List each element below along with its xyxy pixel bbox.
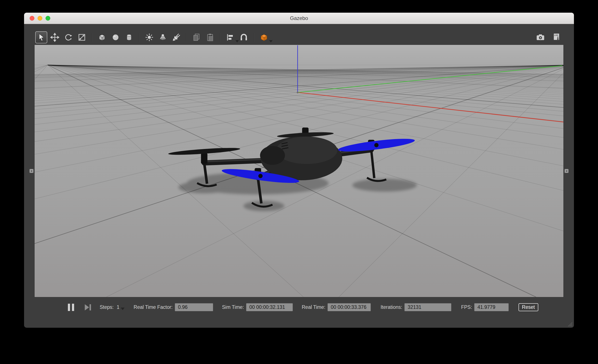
render-viewport[interactable] — [34, 45, 564, 297]
right-panel-splitter-handle[interactable] — [565, 169, 569, 173]
reset-button[interactable]: Reset — [519, 303, 538, 311]
iterations-field: 32131 — [405, 303, 451, 311]
toolbar-separator — [92, 33, 92, 42]
desktop: { "window": { "title": "Gazebo" }, "titl… — [0, 0, 598, 364]
real-time-field: 00 00:00:33.376 — [328, 303, 371, 311]
fps-label: FPS: — [461, 304, 472, 310]
real-time-factor-field: 0.96 — [175, 303, 213, 311]
insert-cylinder-button[interactable] — [123, 31, 135, 43]
scene-canvas[interactable] — [34, 45, 564, 297]
simulation-statusbar: Steps: 1 Real Time Factor: 0.96 Sim Time… — [34, 297, 564, 317]
steps-value: 1 — [117, 304, 119, 310]
titlebar[interactable]: Gazebo — [24, 13, 574, 24]
gazebo-window: Gazebo — [24, 13, 574, 328]
left-panel-splitter-handle[interactable] — [29, 169, 33, 173]
main-toolbar: LOG — [34, 30, 564, 45]
pause-button[interactable] — [66, 303, 75, 312]
sim-time-field: 00 00:00:32.131 — [246, 303, 293, 311]
orange-cube-icon — [259, 33, 269, 42]
directional-light-button[interactable] — [170, 31, 182, 43]
log-file-icon: LOG — [552, 33, 562, 42]
steps-dropdown-caret-icon[interactable] — [121, 307, 125, 310]
align-icon — [225, 33, 235, 42]
real-time-label: Real Time: — [302, 304, 325, 310]
cylinder-icon — [124, 33, 134, 42]
toolbar-separator — [220, 33, 220, 42]
cursor-arrow-icon — [36, 33, 46, 42]
iterations-label: Iterations: — [381, 304, 402, 310]
screenshot-button[interactable] — [534, 31, 547, 43]
fps-field: 41.9779 — [474, 303, 509, 311]
pause-icon — [68, 304, 74, 311]
step-button[interactable] — [83, 303, 92, 312]
toolbar-separator — [186, 33, 187, 42]
translate-tool-button[interactable] — [49, 31, 61, 43]
window-frame: LOG — [24, 24, 574, 317]
insert-sphere-button[interactable] — [109, 31, 122, 43]
move-arrows-icon — [50, 33, 59, 42]
step-forward-icon — [83, 303, 92, 312]
copy-button[interactable] — [191, 31, 203, 43]
view-angle-dropdown-caret-icon[interactable] — [269, 40, 273, 42]
camera-icon — [536, 33, 545, 42]
traffic-lights — [30, 13, 50, 24]
view-angle-button[interactable] — [258, 31, 270, 43]
toolbar-separator — [139, 33, 139, 42]
sun-icon — [145, 33, 154, 42]
light-rays-icon — [172, 33, 181, 42]
real-time-factor-label: Real Time Factor: — [134, 304, 173, 310]
copy-icon — [192, 33, 201, 42]
scale-box-icon — [77, 33, 87, 42]
paste-button[interactable] — [204, 31, 216, 43]
cube-icon — [97, 33, 107, 42]
select-tool-button[interactable] — [35, 31, 47, 43]
spotlight-icon — [158, 33, 167, 42]
point-light-button[interactable] — [143, 31, 155, 43]
paste-icon — [205, 33, 215, 42]
scale-tool-button[interactable] — [76, 31, 88, 43]
rotate-tool-button[interactable] — [62, 31, 74, 43]
rotate-arrows-icon — [64, 33, 73, 42]
x-axis — [298, 92, 564, 122]
steps-label: Steps: — [100, 304, 114, 310]
zoom-window-button[interactable] — [46, 16, 50, 21]
magnet-icon — [239, 33, 249, 42]
close-window-button[interactable] — [30, 16, 34, 21]
align-button[interactable] — [224, 31, 236, 43]
insert-box-button[interactable] — [96, 31, 108, 43]
toolbar-separator — [254, 33, 254, 42]
svg-text:LOG: LOG — [554, 34, 558, 36]
snap-button[interactable] — [238, 31, 250, 43]
toolbar-right-group: LOG — [534, 31, 563, 43]
resize-grip[interactable] — [567, 321, 573, 327]
world-axes — [297, 45, 564, 122]
window-title: Gazebo — [24, 13, 574, 24]
world-origin-marker — [297, 91, 299, 93]
spot-light-button[interactable] — [157, 31, 169, 43]
sphere-icon — [111, 33, 120, 42]
sim-time-label: Sim Time: — [222, 304, 244, 310]
save-log-button[interactable]: LOG — [551, 31, 563, 43]
minimize-window-button[interactable] — [38, 16, 42, 21]
